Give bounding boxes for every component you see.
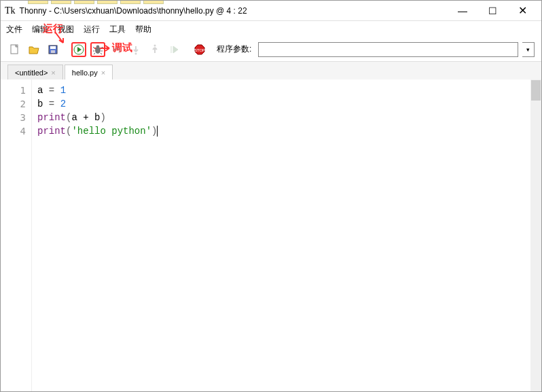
app-logo-icon: Tk [5, 5, 16, 16]
tab-hello-py[interactable]: hello.py × [65, 65, 113, 79]
editor[interactable]: 1234 a = 1b = 2print(a + b)print('hello … [1, 79, 541, 391]
open-file-button[interactable] [26, 42, 41, 57]
new-file-icon [10, 44, 20, 55]
new-file-button[interactable] [7, 42, 22, 57]
step-into-icon [130, 44, 141, 55]
svg-text:STOP: STOP [194, 48, 205, 52]
step-out-icon [149, 44, 160, 55]
run-button[interactable] [71, 42, 86, 57]
menu-edit[interactable]: 编辑 [32, 24, 48, 35]
program-args-input[interactable] [258, 42, 518, 57]
svg-point-7 [135, 52, 137, 54]
program-args-dropdown[interactable]: ▾ [522, 42, 535, 57]
editor-tabbar: <untitled> × hello.py × [1, 62, 541, 79]
play-icon [73, 44, 84, 55]
line-number-gutter: 1234 [1, 79, 32, 391]
svg-point-8 [154, 44, 156, 46]
svg-rect-2 [50, 46, 56, 49]
folder-open-icon [29, 44, 39, 55]
chevron-down-icon: ▾ [526, 46, 530, 53]
toolbar: STOP 程序参数: ▾ [1, 37, 541, 62]
tab-untitled[interactable]: <untitled> × [7, 65, 63, 79]
menu-file[interactable]: 文件 [6, 24, 22, 35]
menu-help[interactable]: 帮助 [135, 24, 151, 35]
save-icon [48, 44, 58, 55]
tab-close-icon[interactable]: × [51, 69, 55, 77]
step-out-button[interactable] [147, 42, 162, 57]
stop-button[interactable]: STOP [192, 42, 207, 57]
stop-icon: STOP [194, 43, 206, 56]
code-area[interactable]: a = 1b = 2print(a + b)print('hello pytho… [32, 79, 541, 391]
window-title: Thonny - C:\Users\cxhuan\Downloads\thonn… [20, 6, 247, 16]
tab-label: <untitled> [15, 69, 48, 77]
tab-close-icon[interactable]: × [101, 69, 105, 77]
step-over-icon [111, 44, 122, 55]
svg-rect-3 [51, 50, 55, 53]
menu-run[interactable]: 运行 [84, 24, 100, 35]
vertical-scrollbar[interactable] [530, 79, 541, 391]
step-over-button[interactable] [109, 42, 124, 57]
resume-icon [168, 44, 179, 55]
svg-point-6 [96, 45, 100, 48]
save-file-button[interactable] [46, 42, 60, 57]
menu-tools[interactable]: 工具 [109, 24, 126, 35]
resume-button[interactable] [166, 42, 181, 57]
step-into-button[interactable] [128, 42, 143, 57]
tab-label: hello.py [72, 69, 98, 77]
menu-view[interactable]: 视图 [58, 24, 74, 35]
scrollbar-thumb[interactable] [531, 80, 541, 101]
menubar: 文件 编辑 视图 运行 工具 帮助 [1, 21, 541, 37]
background-taskbar-fragments [1, 0, 541, 4]
bug-icon [92, 44, 103, 55]
debug-button[interactable] [90, 42, 105, 57]
program-args-label: 程序参数: [217, 43, 251, 55]
